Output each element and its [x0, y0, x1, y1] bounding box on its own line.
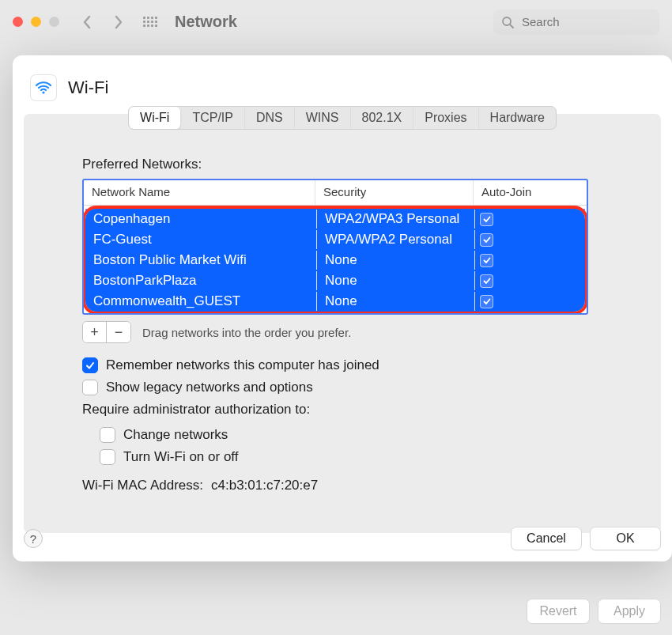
add-network-button[interactable]: + [83, 322, 107, 342]
window-minimize-button[interactable] [31, 17, 41, 27]
network-name-cell: Copenhagen [85, 210, 317, 229]
column-auto-join[interactable]: Auto-Join [474, 180, 587, 205]
admin-option-label: Turn Wi-Fi on or off [123, 449, 238, 465]
remember-networks-checkbox[interactable] [82, 357, 98, 373]
remember-networks-label: Remember networks this computer has join… [106, 357, 379, 373]
tab-proxies[interactable]: Proxies [413, 107, 478, 129]
column-security[interactable]: Security [315, 180, 474, 205]
column-network-name[interactable]: Network Name [84, 180, 315, 205]
autojoin-checkbox[interactable] [480, 295, 493, 308]
wifi-advanced-sheet: Wi-Fi Wi-FiTCP/IPDNSWINS802.1XProxiesHar… [13, 55, 672, 561]
svg-point-2 [42, 91, 44, 93]
show-legacy-option[interactable]: Show legacy networks and options [82, 380, 588, 395]
tab-bar: Wi-FiTCP/IPDNSWINS802.1XProxiesHardware [128, 106, 557, 130]
remember-networks-option[interactable]: Remember networks this computer has join… [82, 357, 588, 373]
window-title: Network [175, 13, 237, 31]
ok-button[interactable]: OK [590, 527, 661, 550]
apply-button[interactable]: Apply [598, 599, 661, 624]
window-close-button[interactable] [13, 17, 23, 27]
tab-dns[interactable]: DNS [245, 107, 295, 129]
mac-address-label: Wi-Fi MAC Address: [82, 478, 203, 493]
wifi-icon [30, 74, 57, 101]
network-security-cell: WPA/WPA2 Personal [317, 230, 475, 249]
help-button[interactable]: ? [24, 529, 43, 548]
network-name-cell: Boston Public Market Wifi [85, 251, 317, 270]
window-footer: Revert Apply [527, 599, 661, 624]
autojoin-checkbox[interactable] [480, 254, 493, 267]
network-row[interactable]: FC-GuestWPA/WPA2 Personal [85, 229, 585, 250]
tab-wins[interactable]: WINS [295, 107, 351, 129]
search-field[interactable] [493, 9, 659, 35]
network-name-cell: Commonwealth_GUEST [85, 292, 317, 311]
back-button[interactable] [77, 12, 97, 32]
network-name-cell: BostonParkPlaza [85, 271, 317, 290]
show-all-icon[interactable] [140, 12, 160, 32]
autojoin-checkbox[interactable] [480, 233, 493, 247]
network-autojoin-cell[interactable] [475, 273, 585, 289]
network-security-cell: WPA2/WPA3 Personal [317, 210, 475, 229]
remove-network-button[interactable]: − [107, 322, 130, 342]
network-autojoin-cell[interactable] [475, 252, 585, 269]
show-legacy-label: Show legacy networks and options [106, 380, 313, 395]
sheet-title: Wi-Fi [68, 77, 108, 98]
network-row[interactable]: CopenhagenWPA2/WPA3 Personal [85, 209, 585, 229]
selected-rows-highlight: CopenhagenWPA2/WPA3 PersonalFC-GuestWPA/… [82, 206, 588, 315]
network-autojoin-cell[interactable] [475, 211, 585, 228]
network-security-cell: None [317, 251, 475, 270]
revert-button[interactable]: Revert [527, 599, 590, 624]
tab-tcp-ip[interactable]: TCP/IP [181, 107, 245, 129]
network-security-cell: None [317, 292, 475, 311]
mac-address-value: c4:b3:01:c7:20:e7 [211, 478, 318, 493]
svg-line-1 [510, 25, 513, 28]
network-security-cell: None [317, 271, 475, 290]
traffic-lights [13, 17, 59, 27]
autojoin-checkbox[interactable] [480, 274, 493, 288]
network-row[interactable]: Boston Public Market WifiNone [85, 250, 585, 270]
autojoin-checkbox[interactable] [480, 213, 493, 226]
admin-option[interactable]: Change networks [100, 427, 588, 443]
network-row[interactable]: BostonParkPlazaNone [85, 270, 585, 291]
admin-option-label: Change networks [123, 427, 228, 443]
preferred-networks-table[interactable]: Network Name Security Auto-Join Copenhag… [82, 179, 588, 315]
admin-option[interactable]: Turn Wi-Fi on or off [100, 449, 588, 465]
cancel-button[interactable]: Cancel [511, 527, 582, 550]
admin-option-checkbox[interactable] [100, 427, 115, 443]
preferred-networks-label: Preferred Networks: [82, 157, 588, 172]
table-header: Network Name Security Auto-Join [84, 180, 587, 206]
search-input[interactable] [520, 14, 651, 29]
add-remove-buttons: + − [82, 321, 131, 343]
show-legacy-checkbox[interactable] [82, 380, 98, 395]
window-zoom-button[interactable] [49, 17, 59, 27]
tab-hardware[interactable]: Hardware [479, 107, 556, 129]
network-name-cell: FC-Guest [85, 230, 317, 249]
network-autojoin-cell[interactable] [475, 232, 585, 248]
tab-802-1x[interactable]: 802.1X [351, 107, 414, 129]
window-toolbar: Network [0, 0, 672, 43]
search-icon [501, 16, 514, 28]
network-row[interactable]: Commonwealth_GUESTNone [85, 291, 585, 312]
drag-hint: Drag networks into the order you prefer. [142, 326, 351, 339]
network-autojoin-cell[interactable] [475, 293, 585, 310]
tab-wi-fi[interactable]: Wi-Fi [129, 107, 181, 129]
admin-auth-label: Require administrator authorization to: [82, 402, 588, 418]
admin-option-checkbox[interactable] [100, 449, 115, 465]
forward-button[interactable] [108, 12, 129, 32]
